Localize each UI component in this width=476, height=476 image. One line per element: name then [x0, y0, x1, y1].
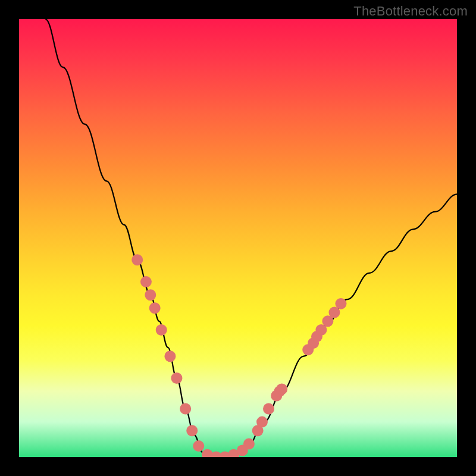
data-dot [256, 416, 268, 428]
data-dot [145, 289, 156, 300]
data-dot [131, 254, 143, 265]
data-dot [276, 383, 287, 394]
data-dot [171, 372, 182, 384]
data-dot [164, 350, 176, 362]
data-dot [193, 440, 204, 452]
chart-overlay [19, 19, 457, 457]
data-dot [263, 403, 274, 415]
bottleneck-curve [45, 19, 457, 457]
data-dot [156, 324, 167, 336]
data-dot [243, 438, 255, 449]
data-dot [149, 302, 161, 314]
data-dot [180, 403, 191, 415]
watermark-text: TheBottleneck.com [353, 4, 468, 19]
dots-group [131, 254, 346, 457]
curve-group [45, 19, 457, 457]
data-dot [335, 298, 346, 309]
chart-frame: TheBottleneck.com [0, 0, 476, 476]
data-dot [140, 276, 152, 287]
data-dot [186, 425, 198, 436]
